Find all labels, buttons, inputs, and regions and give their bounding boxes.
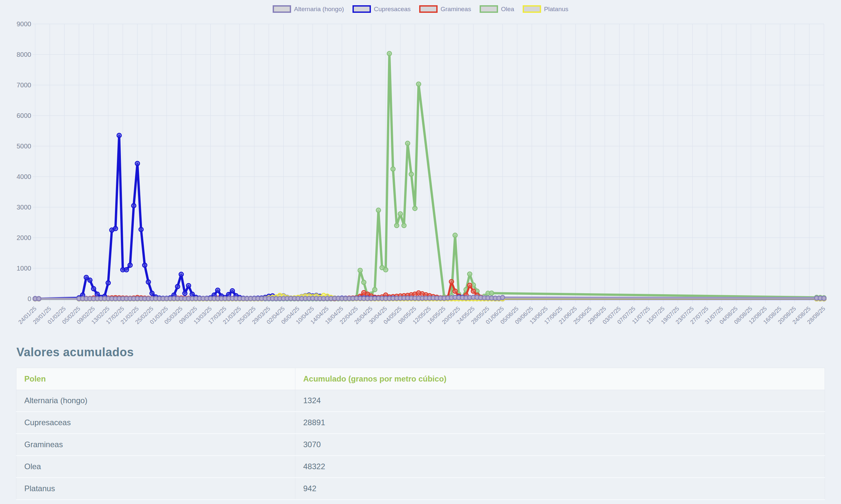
legend-label: Cupresaceas [374, 5, 410, 13]
chart-legend: Alternaria (hongo) Cupresaceas Gramineas… [0, 5, 841, 13]
table-row: Gramineas 3070 [16, 434, 825, 456]
polen-cell: Cupresaceas [16, 412, 295, 434]
value-cell: 1324 [295, 390, 825, 412]
y-tick-label: 1000 [17, 265, 32, 272]
table-header-polen: Polen [16, 368, 295, 390]
y-tick-label: 9000 [17, 20, 32, 28]
pollen-report-page: Alternaria (hongo) Cupresaceas Gramineas… [0, 0, 841, 504]
value-cell: 942 [295, 478, 825, 500]
y-tick-label: 2000 [17, 234, 32, 241]
legend-item-cupresaceas[interactable]: Cupresaceas [352, 5, 410, 13]
y-tick-label: 3000 [17, 203, 32, 211]
table-row: Cupresaceas 28891 [16, 412, 825, 434]
value-cell: 28891 [295, 412, 825, 434]
table-header-acumulado: Acumulado (granos por metro cúbico) [295, 368, 825, 390]
legend-item-gramineas[interactable]: Gramineas [419, 5, 471, 13]
table-row: Olea 48322 [16, 456, 825, 478]
accumulated-values-title: Valores acumulados [16, 345, 841, 359]
legend-swatch-alternaria-icon [273, 5, 291, 13]
y-tick-label: 6000 [17, 112, 32, 119]
polen-cell: Alternaria (hongo) [16, 390, 295, 412]
legend-swatch-cupresaceas-icon [352, 5, 371, 13]
legend-label: Gramineas [440, 5, 471, 13]
polen-cell: Olea [16, 456, 295, 478]
table-header-row: Polen Acumulado (granos por metro cúbico… [16, 368, 825, 390]
accumulated-values-table: Polen Acumulado (granos por metro cúbico… [16, 368, 825, 500]
legend-item-alternaria[interactable]: Alternaria (hongo) [273, 5, 344, 13]
legend-item-olea[interactable]: Olea [480, 5, 514, 13]
polen-cell: Gramineas [16, 434, 295, 456]
legend-swatch-gramineas-icon [419, 5, 438, 13]
y-tick-label: 5000 [17, 143, 32, 150]
legend-label: Platanus [544, 5, 568, 13]
time-series-canvas: 010002000300040005000600070008000900024/… [0, 0, 841, 338]
pollen-chart: Alternaria (hongo) Cupresaceas Gramineas… [0, 0, 841, 338]
value-cell: 3070 [295, 434, 825, 456]
table-row: Alternaria (hongo) 1324 [16, 390, 825, 412]
y-tick-label: 8000 [17, 51, 32, 58]
legend-swatch-olea-icon [480, 5, 498, 13]
legend-label: Alternaria (hongo) [294, 5, 344, 13]
value-cell: 48322 [295, 456, 825, 478]
legend-label: Olea [501, 5, 514, 13]
table-row: Platanus 942 [16, 478, 825, 500]
y-tick-label: 0 [28, 295, 31, 302]
legend-item-platanus[interactable]: Platanus [523, 5, 568, 13]
legend-swatch-platanus-icon [523, 5, 541, 13]
y-tick-label: 4000 [17, 173, 32, 180]
polen-cell: Platanus [16, 478, 295, 500]
y-tick-label: 7000 [17, 82, 32, 89]
